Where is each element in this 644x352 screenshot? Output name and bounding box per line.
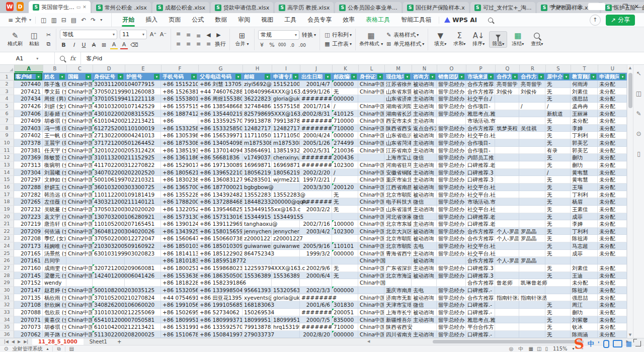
filter-dropdown-icon[interactable]: ▾ xyxy=(430,74,435,79)
row-number[interactable]: 13 xyxy=(0,161,14,169)
cell[interactable]: 500106199702210321 xyxy=(93,176,125,184)
cell[interactable]: 370105200210270824 xyxy=(93,294,125,302)
cell[interactable]: 2002/2/20 xyxy=(300,169,332,177)
cell[interactable]: 207147 xyxy=(14,287,43,294)
header-cell-G[interactable]: 父母电话号码▾ xyxy=(198,73,243,80)
cell[interactable]: +86 xyxy=(161,117,198,125)
cell[interactable]: 留学总经办 xyxy=(437,95,466,103)
cell[interactable]: / xyxy=(519,103,545,110)
cell[interactable]: 丁利利 xyxy=(571,228,598,235)
scroll-up-icon[interactable]: ▲ xyxy=(627,65,633,71)
cell[interactable] xyxy=(519,213,545,221)
cell[interactable]: 刘妍 (女) xyxy=(43,103,66,110)
cell[interactable]: 864752343 xyxy=(243,250,272,257)
menu-tab-工具[interactable]: 工具 xyxy=(279,13,302,27)
cell[interactable]: v1749037@ xyxy=(243,154,272,161)
cell[interactable]: 刘素佳 xyxy=(571,88,598,96)
cell[interactable]: 合作方推荐 xyxy=(466,80,495,88)
row-number[interactable]: 18 xyxy=(0,198,14,206)
row-number[interactable]: 3 xyxy=(0,88,14,96)
cell[interactable]: 王素佳 xyxy=(571,206,598,213)
cell[interactable]: 无 xyxy=(545,191,571,199)
paste-button[interactable]: ◫ 粘贴 xyxy=(26,32,43,47)
cell[interactable]: 360103200303300725 xyxy=(93,184,125,191)
cell[interactable]: China中国 xyxy=(66,242,93,250)
header-cell-I[interactable]: 申请专用▾ xyxy=(272,73,300,80)
cell[interactable]: 207421 xyxy=(14,88,43,96)
cell[interactable]: ######## xyxy=(300,117,332,125)
cell[interactable]: 无 xyxy=(545,235,571,242)
cell[interactable] xyxy=(243,257,272,265)
cell[interactable]: +86 13220522 xyxy=(161,206,198,213)
cell[interactable] xyxy=(519,301,545,309)
cell[interactable]: 无 xyxy=(332,198,358,206)
fx-icon[interactable]: fx xyxy=(70,55,75,62)
cell[interactable]: +86 15332585 xyxy=(161,125,198,132)
cell[interactable] xyxy=(545,279,571,287)
cell[interactable] xyxy=(495,250,519,257)
cell[interactable]: 杨欣雨 (女) xyxy=(43,294,66,302)
column-letter-G[interactable]: G xyxy=(199,65,243,72)
cell[interactable]: 口碑推荐.- xyxy=(466,301,495,309)
wrap-text-button[interactable]: 换行 xyxy=(215,40,226,48)
cell[interactable]: +86 1582391866 xyxy=(198,279,243,287)
row-number[interactable]: 16 xyxy=(0,184,14,191)
cell[interactable]: 2002/3/3 xyxy=(300,287,332,294)
cell[interactable]: 留学总经办 xyxy=(437,161,466,169)
cell[interactable]: 110105200207165451 xyxy=(93,220,125,228)
cell[interactable]: China中国 xyxy=(358,294,384,302)
cell[interactable]: China中国 xyxy=(66,331,93,338)
cell[interactable]: +86 15320563 xyxy=(161,287,198,294)
cell[interactable]: ######## xyxy=(300,95,332,103)
cell[interactable]: 370105199411221118 xyxy=(93,95,125,103)
cell[interactable]: China中国 xyxy=(358,213,384,221)
cell[interactable]: 未分配 xyxy=(598,242,627,250)
filter-dropdown-icon[interactable]: ▾ xyxy=(512,74,518,79)
cell[interactable]: m1875308@ xyxy=(243,139,272,147)
row-number[interactable]: 21 xyxy=(0,220,14,228)
cell[interactable] xyxy=(495,191,519,199)
cell[interactable]: 未分配 xyxy=(598,110,627,118)
cell[interactable]: 留学总经办 xyxy=(437,265,466,272)
cell[interactable]: 207282 xyxy=(14,191,43,199)
cell[interactable]: 季忆 (女) xyxy=(43,235,66,242)
cell[interactable]: 何雨涛 xyxy=(571,80,598,88)
cell[interactable]: 强思喆 xyxy=(571,95,598,103)
row-number[interactable]: 15 xyxy=(0,176,14,184)
cell[interactable]: z20001227 xyxy=(272,235,300,242)
row-number[interactable]: 2 xyxy=(0,80,14,88)
cell[interactable]: 无 xyxy=(545,250,571,257)
cell[interactable]: 207434 xyxy=(14,95,43,103)
cell[interactable]: 2002/5/31 xyxy=(300,147,332,154)
cell[interactable]: +86 1863505000 xyxy=(198,272,243,280)
ime-mic-icon[interactable] xyxy=(603,340,609,348)
cell[interactable]: +86 13552283 xyxy=(161,191,198,199)
column-letter-K[interactable]: K xyxy=(333,65,359,72)
cell[interactable]: +86 1354402198 xyxy=(198,110,243,118)
cell[interactable]: China中国 xyxy=(66,220,93,228)
vertical-scroll-thumb[interactable] xyxy=(628,73,632,108)
cell[interactable]: 207304 xyxy=(14,169,43,177)
cell[interactable] xyxy=(332,213,358,221)
cell[interactable] xyxy=(519,272,545,280)
cell[interactable]: 370503200302020020 xyxy=(93,206,125,213)
cell[interactable] xyxy=(495,110,519,118)
filter-dropdown-icon[interactable]: ▾ xyxy=(459,74,464,79)
cell[interactable]: 罗晶晶 xyxy=(519,257,545,265)
cell[interactable] xyxy=(272,184,300,191)
cell[interactable]: +86 1385486689 xyxy=(198,103,243,110)
cell[interactable]: hrq153199 xyxy=(272,323,300,331)
cell[interactable]: 207152 xyxy=(14,279,43,287)
cell[interactable] xyxy=(358,95,384,103)
row-number[interactable]: 34 xyxy=(0,316,14,324)
cell[interactable]: China中国 xyxy=(66,250,93,257)
cell[interactable] xyxy=(272,301,300,309)
header-cell-E[interactable]: 护照号▾ xyxy=(125,73,161,80)
cell[interactable]: 社交平台.社 xyxy=(466,250,495,257)
cell[interactable]: China中国 xyxy=(66,309,93,316)
cell[interactable]: China中国 xyxy=(358,265,384,272)
cell[interactable] xyxy=(519,287,545,294)
cell[interactable]: +86 18874129 xyxy=(161,110,198,118)
cell[interactable] xyxy=(519,169,545,177)
column-letter-J[interactable]: J xyxy=(300,65,333,72)
